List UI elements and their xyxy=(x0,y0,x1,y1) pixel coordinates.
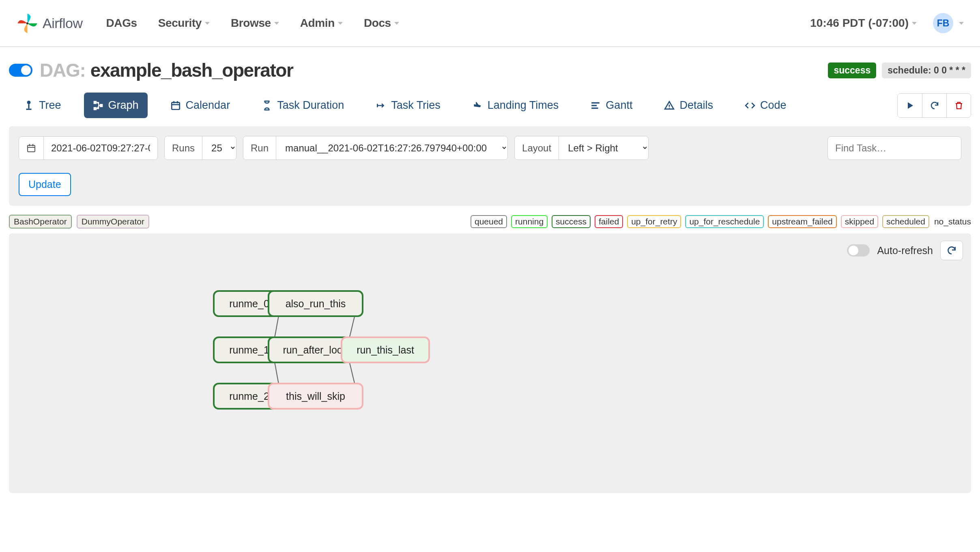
task-node-label: run_this_last xyxy=(357,344,414,356)
svg-point-1 xyxy=(27,101,31,104)
user-menu[interactable]: FB xyxy=(933,13,964,33)
dag-name: example_bash_operator xyxy=(90,59,293,81)
play-icon xyxy=(905,101,915,110)
task-node-label: runme_0 xyxy=(229,298,269,309)
warning-icon xyxy=(664,100,675,111)
chevron-down-icon xyxy=(394,22,399,25)
svg-rect-4 xyxy=(94,101,97,104)
gantt-icon xyxy=(590,100,601,111)
brand-text: Airflow xyxy=(43,15,83,31)
update-button[interactable]: Update xyxy=(19,173,71,196)
dag-enabled-toggle[interactable] xyxy=(9,64,32,77)
refresh-icon xyxy=(946,245,957,256)
state-chip-queued[interactable]: queued xyxy=(471,215,507,228)
refresh-icon xyxy=(930,101,939,110)
tab-task-duration[interactable]: Task Duration xyxy=(253,93,353,118)
avatar: FB xyxy=(933,13,953,33)
nav-admin[interactable]: Admin xyxy=(300,17,343,30)
no-status-label: no_status xyxy=(934,217,971,226)
chevron-down-icon xyxy=(205,22,210,25)
graph-toolbar: Auto-refresh xyxy=(847,241,963,260)
svg-rect-6 xyxy=(100,104,103,107)
state-chip-up_for_reschedule[interactable]: up_for_reschedule xyxy=(685,215,764,228)
graph-panel: Auto-refresh runme_0also_run_thisrunme_1… xyxy=(9,233,971,493)
nav-browse[interactable]: Browse xyxy=(231,17,279,30)
tab-details[interactable]: Details xyxy=(655,93,722,118)
auto-refresh-label: Auto-refresh xyxy=(877,245,933,257)
tab-task-tries[interactable]: Task Tries xyxy=(367,93,449,118)
operator-chip-dummy[interactable]: DummyOperator xyxy=(77,215,149,229)
trigger-dag-button[interactable] xyxy=(898,94,922,117)
svg-rect-16 xyxy=(28,145,35,152)
view-tabs: Tree Graph Calendar Task Duration Task T… xyxy=(0,88,980,122)
graph-icon xyxy=(93,100,103,111)
brand-logo[interactable]: Airflow xyxy=(16,12,83,34)
nav-docs[interactable]: Docs xyxy=(364,17,399,30)
svg-rect-5 xyxy=(94,107,97,110)
num-runs-select[interactable]: 25 xyxy=(202,136,236,160)
state-chip-success[interactable]: success xyxy=(552,215,591,228)
state-chip-scheduled[interactable]: scheduled xyxy=(882,215,929,228)
tab-tree[interactable]: Tree xyxy=(15,93,70,118)
svg-point-15 xyxy=(669,107,670,108)
task-node-label: run_after_loop xyxy=(283,344,348,356)
state-chip-up_for_retry[interactable]: up_for_retry xyxy=(627,215,681,228)
tab-calendar[interactable]: Calendar xyxy=(161,93,239,118)
dag-status-pill[interactable]: success xyxy=(828,63,876,78)
run-label: Run xyxy=(243,136,276,160)
operator-chip-bash[interactable]: BashOperator xyxy=(9,215,72,229)
dag-prefix: DAG: xyxy=(40,59,86,81)
chevron-down-icon xyxy=(274,22,279,25)
calendar-icon[interactable] xyxy=(19,137,44,160)
tab-landing-times[interactable]: Landing Times xyxy=(463,93,568,118)
tab-gantt[interactable]: Gantt xyxy=(581,93,641,118)
dag-schedule-pill[interactable]: schedule: 0 0 * * * xyxy=(882,63,971,78)
trash-icon xyxy=(954,101,964,110)
code-icon xyxy=(745,100,755,111)
task-graph[interactable]: runme_0also_run_thisrunme_1run_after_loo… xyxy=(9,233,601,493)
state-chip-skipped[interactable]: skipped xyxy=(841,215,878,228)
task-node-also_run_this[interactable]: also_run_this xyxy=(269,291,363,316)
svg-point-0 xyxy=(26,22,28,24)
base-date-input[interactable] xyxy=(44,137,157,160)
layout-label: Layout xyxy=(515,136,559,160)
delete-dag-button[interactable] xyxy=(946,94,971,117)
task-node-label: runme_2 xyxy=(229,390,269,402)
chevron-down-icon xyxy=(912,22,917,25)
task-node-label: runme_1 xyxy=(229,344,269,356)
graph-refresh-button[interactable] xyxy=(940,241,963,260)
auto-refresh-toggle[interactable] xyxy=(847,244,870,257)
retry-icon xyxy=(376,100,386,111)
task-node-label: also_run_this xyxy=(286,298,346,309)
clock[interactable]: 10:46 PDT (-07:00) xyxy=(810,17,917,30)
calendar-icon xyxy=(170,100,181,111)
dag-action-group xyxy=(897,93,971,118)
layout-select-group: Layout Left > Right xyxy=(514,136,649,160)
nav-security[interactable]: Security xyxy=(158,17,210,30)
clock-text: 10:46 PDT (-07:00) xyxy=(810,17,909,30)
legend-row: BashOperator DummyOperator queuedrunning… xyxy=(0,213,980,232)
find-task-input[interactable] xyxy=(827,136,961,160)
chevron-down-icon xyxy=(338,22,343,25)
task-node-this_will_skip[interactable]: this_will_skip xyxy=(269,384,363,409)
state-chip-failed[interactable]: failed xyxy=(595,215,623,228)
svg-rect-2 xyxy=(28,104,29,108)
filter-bar: Runs 25 Run manual__2021-06-02T16:27:26.… xyxy=(9,126,971,206)
nav-dags[interactable]: DAGs xyxy=(106,17,137,30)
tree-icon xyxy=(24,100,34,111)
tab-code[interactable]: Code xyxy=(736,93,795,118)
refresh-dag-button[interactable] xyxy=(922,94,946,117)
landing-icon xyxy=(472,100,483,111)
nav-items: DAGs Security Browse Admin Docs xyxy=(106,17,399,30)
tab-graph[interactable]: Graph xyxy=(84,93,148,118)
state-legend: queuedrunningsuccessfailedup_for_retryup… xyxy=(471,215,929,228)
layout-select[interactable]: Left > Right xyxy=(559,136,648,160)
chevron-down-icon xyxy=(959,22,964,25)
state-chip-upstream_failed[interactable]: upstream_failed xyxy=(768,215,836,228)
state-chip-running[interactable]: running xyxy=(511,215,548,228)
run-select[interactable]: manual__2021-06-02T16:27:26.797940+00:00 xyxy=(276,136,507,160)
task-node-run_this_last[interactable]: run_this_last xyxy=(342,337,429,362)
svg-rect-3 xyxy=(26,108,32,110)
runs-label: Runs xyxy=(165,136,202,160)
num-runs-group: Runs 25 xyxy=(164,136,236,160)
